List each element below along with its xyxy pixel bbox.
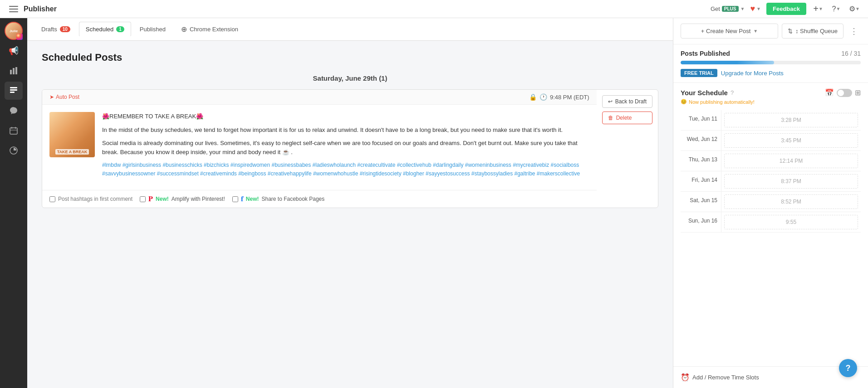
hamburger-menu[interactable] <box>7 3 20 15</box>
schedule-date: Tue, Jun 11 <box>681 110 721 130</box>
page-title: Scheduled Posts <box>42 52 658 63</box>
schedule-header: Your Schedule ? 📅 ⊞ <box>681 88 861 97</box>
help-fab-button[interactable]: ? <box>839 359 857 377</box>
svg-rect-6 <box>10 128 17 134</box>
schedule-row: Fri, Jun 14 8:37 PM <box>681 171 861 192</box>
calendar-icon[interactable]: 📅 <box>825 88 834 97</box>
app-title: Publisher <box>24 5 57 13</box>
right-panel-header: + Create New Post ▼ ⇅ ↕ Shuffle Queue ⋮ <box>673 18 868 44</box>
post-main: ➤ Auto Post 🔒 🕐 9:48 PM (EDT) <box>42 90 597 208</box>
auto-post-arrow: ➤ <box>49 94 54 100</box>
main-content: Drafts 10 Scheduled 1 Published ⊕ Chrome… <box>27 18 868 388</box>
facebook-share-checkbox[interactable]: 𝐟 New! Share to Facebook Pages <box>232 195 324 203</box>
more-options-button[interactable]: ⋮ <box>847 24 861 38</box>
schedule-title-row: Your Schedule ? <box>681 89 734 97</box>
tab-chrome[interactable]: ⊕ Chrome Extension <box>174 21 245 38</box>
grid-icon[interactable]: ⊞ <box>855 88 861 97</box>
hashtag-checkbox-label: Post hashtags in first comment <box>58 196 132 202</box>
facebook-new-badge: New! <box>246 196 259 202</box>
sidebar-engage[interactable] <box>5 102 23 120</box>
auto-post-label: ➤ Auto Post <box>49 94 79 100</box>
settings-button[interactable]: ⚙▼ <box>848 3 861 15</box>
schedule-time-slot[interactable]: 9:55 <box>724 215 858 229</box>
schedule-time-slot[interactable]: 3:28 PM <box>724 113 858 127</box>
post-actions: ↩ Back to Draft 🗑 Delete <box>597 90 658 208</box>
auto-publish-toggle[interactable] <box>837 89 852 97</box>
upgrade-row: FREE TRIAL Upgrade for More Posts <box>681 69 861 77</box>
pinterest-amplify-checkbox[interactable]: 𝐏 New! Amplify with Pinterest! <box>140 195 225 203</box>
back-to-draft-button[interactable]: ↩ Back to Draft <box>602 95 652 108</box>
sidebar-calendar[interactable] <box>5 121 23 140</box>
get-plus: Get PLUS ▼ <box>711 5 745 12</box>
back-arrow-icon: ↩ <box>608 98 613 105</box>
profile-avatar[interactable]: Julie <box>5 22 23 40</box>
tab-scheduled-badge: 1 <box>116 26 124 32</box>
post-hashtags: #lmbdw #girlsinbusiness #businesschicks … <box>102 161 589 178</box>
facebook-icon: 𝐟 <box>241 195 243 203</box>
facebook-checkbox-input[interactable] <box>232 196 238 202</box>
schedule-time-slot[interactable]: 8:37 PM <box>724 174 858 189</box>
svg-rect-5 <box>10 92 15 93</box>
post-image-inner: TAKE A BREAK <box>49 112 95 157</box>
schedule-time-slot[interactable]: 12:14 PM <box>724 154 858 168</box>
clock-icon: 🕐 <box>539 93 547 101</box>
tab-drafts[interactable]: Drafts 10 <box>34 22 77 37</box>
feed-area: Drafts 10 Scheduled 1 Published ⊕ Chrome… <box>27 18 673 388</box>
auto-publish-text: Now publishing automatically! <box>689 99 755 105</box>
delete-label: Delete <box>616 115 632 121</box>
sidebar: Julie 📢 <box>0 18 27 388</box>
sidebar-megaphone[interactable]: 📢 <box>5 42 23 60</box>
svg-rect-1 <box>13 68 15 74</box>
hashtag-checkbox-input[interactable] <box>49 196 55 202</box>
chrome-icon: ⊕ <box>181 25 187 34</box>
schedule-row: Tue, Jun 11 3:28 PM <box>681 110 861 131</box>
pinterest-icon: 𝐏 <box>148 195 153 203</box>
facebook-label: Share to Facebook Pages <box>261 196 324 202</box>
tab-scheduled[interactable]: Scheduled 1 <box>79 22 131 37</box>
posts-published-row: Posts Published 16 / 31 <box>681 50 861 57</box>
post-body1: In the midst of the busy schedules, we t… <box>102 126 589 135</box>
schedule-icons: 📅 ⊞ <box>825 88 861 97</box>
schedule-row: Wed, Jun 12 3:45 PM <box>681 131 861 151</box>
tab-published-label: Published <box>140 26 166 33</box>
posts-published-label: Posts Published <box>681 50 730 57</box>
schedule-row: Sat, Jun 15 8:52 PM <box>681 192 861 212</box>
pinterest-checkbox-input[interactable] <box>140 196 146 202</box>
tabs-bar: Drafts 10 Scheduled 1 Published ⊕ Chrome… <box>27 18 673 41</box>
trash-icon: 🗑 <box>608 115 613 121</box>
top-nav: Publisher Get PLUS ▼ ♥ ▼ Feedback +▼ ?▼ … <box>0 0 868 18</box>
sidebar-publisher[interactable] <box>5 82 23 100</box>
delete-button[interactable]: 🗑 Delete <box>602 112 652 124</box>
get-label: Get <box>711 5 720 12</box>
schedule-question-icon[interactable]: ? <box>731 89 734 96</box>
schedule-time-slot[interactable]: 8:52 PM <box>724 194 858 209</box>
tab-chrome-label: Chrome Extension <box>190 26 238 33</box>
help-button[interactable]: ?▼ <box>830 3 843 15</box>
sidebar-analytics[interactable] <box>5 62 23 80</box>
shuffle-label: ↕ Shuffle Queue <box>795 28 838 34</box>
add-time-slots-label: Add / Remove Time Slots <box>692 374 759 381</box>
post-image-label: TAKE A BREAK <box>55 149 89 155</box>
add-button[interactable]: +▼ <box>812 3 824 15</box>
schedule-date: Thu, Jun 13 <box>681 151 721 171</box>
upgrade-link[interactable]: Upgrade for More Posts <box>721 70 784 77</box>
pinterest-new-badge: New! <box>156 196 169 202</box>
heart-button[interactable]: ♥ ▼ <box>750 4 761 14</box>
progress-bar-track <box>681 61 861 64</box>
schedule-rows: Tue, Jun 11 3:28 PM Wed, Jun 12 3:45 PM … <box>681 110 861 233</box>
create-new-post-button[interactable]: + Create New Post ▼ <box>681 24 778 39</box>
tab-published[interactable]: Published <box>133 22 172 37</box>
toggle-knob <box>838 90 844 96</box>
auto-post-text: Auto Post <box>56 94 79 100</box>
schedule-date: Fri, Jun 14 <box>681 171 721 191</box>
plus-chevron: ▼ <box>740 6 745 11</box>
schedule-time-slot[interactable]: 3:45 PM <box>724 133 858 148</box>
shuffle-queue-button[interactable]: ⇅ ↕ Shuffle Queue <box>782 24 843 39</box>
post-card-header: ➤ Auto Post 🔒 🕐 9:48 PM (EDT) <box>42 90 597 105</box>
svg-rect-3 <box>10 87 17 88</box>
hashtag-first-comment-checkbox[interactable]: Post hashtags in first comment <box>49 196 132 202</box>
post-text: 🌺REMEMBER TO TAKE A BREAK🌺 In the midst … <box>102 112 589 183</box>
feedback-button[interactable]: Feedback <box>766 3 806 15</box>
sidebar-stats[interactable] <box>5 141 23 160</box>
tab-drafts-label: Drafts <box>41 26 57 33</box>
